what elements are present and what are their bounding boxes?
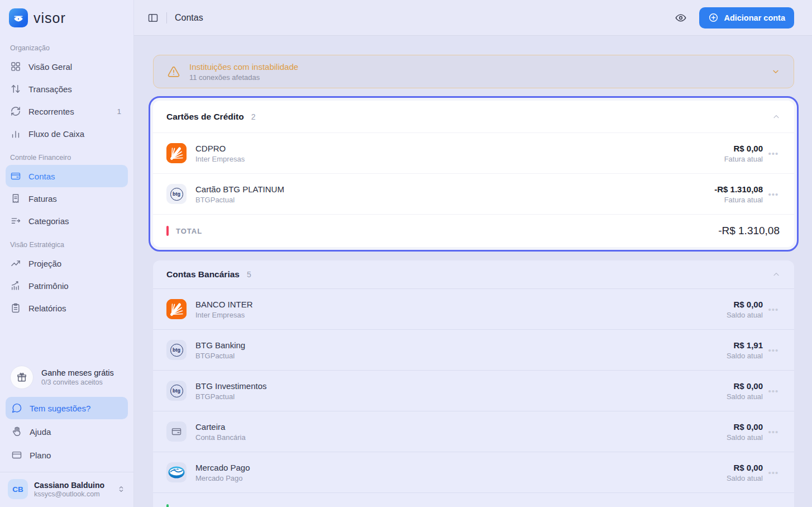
sidebar-item-visao-geral[interactable]: Visão Geral (6, 55, 128, 78)
sidebar-item-contas[interactable]: Contas (6, 165, 128, 187)
eye-icon[interactable] (675, 12, 687, 24)
user-menu[interactable]: CB Cassiano Balduino kssycs@outlook.com (0, 472, 133, 507)
row-menu-icon[interactable]: ••• (763, 345, 784, 355)
nav-section-label: Visão Estratégica (10, 241, 123, 249)
user-name: Cassiano Balduino (34, 481, 104, 490)
brand-wordmark: visor (34, 10, 66, 26)
sidebar-item-label: Fluxo de Caixa (28, 129, 84, 139)
referral-subtitle: 0/3 convites aceitos (41, 378, 114, 386)
sidebar-item-label: Patrimônio (28, 281, 69, 291)
account-row[interactable]: CarteiraConta BancáriaR$ 0,00Saldo atual… (153, 411, 794, 452)
plus-circle-icon (708, 12, 719, 23)
account-amount-label: Saldo atual (727, 311, 763, 319)
account-institution: Inter Empresas (195, 311, 253, 319)
account-texts: Cartão BTG PLATINUMBTGPactual (195, 184, 284, 204)
account-amount: R$ 0,00 (727, 381, 763, 391)
row-menu-icon[interactable]: ••• (763, 386, 784, 396)
account-texts: CDPROInter Empresas (195, 144, 245, 163)
chevron-up-icon[interactable] (772, 112, 781, 121)
sidebar-item-fluxo-de-caixa[interactable]: Fluxo de Caixa (6, 122, 128, 145)
add-account-button[interactable]: Adicionar conta (699, 7, 794, 29)
sidebar-item-label: Relatórios (28, 304, 66, 313)
chat-icon (11, 402, 22, 414)
chevron-down-icon[interactable] (771, 67, 780, 76)
total-amount: -R$ 1.310,08 (718, 225, 780, 237)
account-name: CDPRO (195, 144, 245, 153)
account-row[interactable]: BANCO INTERInter EmpresasR$ 0,00Saldo at… (153, 288, 794, 329)
btg-logo-text: btg (170, 344, 183, 357)
credit-card-icon (11, 449, 22, 461)
list-arrow-icon (10, 215, 21, 226)
sidebar-item-projecao[interactable]: Projeção (6, 252, 128, 274)
account-name: BTG Banking (195, 340, 245, 350)
content: Instituições com instabilidade 11 conexõ… (134, 36, 812, 507)
refresh-icon (10, 106, 21, 117)
sidebar-item-label: Faturas (28, 194, 57, 203)
row-menu-icon[interactable]: ••• (763, 427, 784, 437)
account-row[interactable]: btgBTG BankingBTGPactualR$ 1,91Saldo atu… (153, 329, 794, 370)
account-institution: BTGPactual (195, 196, 284, 204)
sidebar-item-plano[interactable]: Plano (6, 444, 128, 466)
referral-banner[interactable]: Ganhe meses grátis 0/3 convites aceitos (6, 362, 128, 397)
account-amounts: R$ 1,91Saldo atual (727, 340, 763, 360)
account-institution: Mercado Pago (195, 474, 250, 482)
account-institution: BTGPactual (195, 392, 267, 401)
account-texts: BTG InvestimentosBTGPactual (195, 381, 267, 401)
sidebar-item-recorrentes[interactable]: Recorrentes1 (6, 100, 128, 122)
account-name: Cartão BTG PLATINUM (195, 184, 284, 194)
sidebar-item-badge: 1 (117, 107, 123, 116)
user-email: kssycs@outlook.com (34, 490, 104, 498)
sidebar-toggle-icon[interactable] (147, 12, 159, 23)
account-texts: BANCO INTERInter Empresas (195, 300, 253, 319)
account-amount-label: Saldo atual (727, 352, 763, 360)
account-institution: BTGPactual (195, 352, 245, 360)
sidebar-item-sugestoes[interactable]: Tem sugestões? (6, 397, 128, 419)
row-menu-icon[interactable]: ••• (763, 468, 784, 477)
sidebar-item-patrimonio[interactable]: Patrimônio (6, 274, 128, 297)
avatar: CB (8, 479, 28, 499)
account-row[interactable]: CDPROInter EmpresasR$ 0,00Fatura atual••… (153, 132, 794, 173)
row-menu-icon[interactable]: ••• (763, 149, 784, 158)
chevrons-up-down-icon (117, 485, 126, 494)
account-row[interactable]: btgCartão BTG PLATINUMBTGPactual-R$ 1.31… (153, 173, 794, 214)
account-row[interactable]: btgBTG InvestimentosBTGPactualR$ 0,00Sal… (153, 370, 794, 411)
nav-section-label: Organização (10, 44, 123, 52)
chart-growth-icon (10, 280, 21, 291)
sidebar-bottom: Ganhe meses grátis 0/3 convites aceitos … (0, 357, 133, 467)
row-menu-icon[interactable]: ••• (763, 189, 784, 199)
btg-logo-text: btg (170, 385, 183, 397)
sidebar-item-label: Contas (28, 172, 55, 181)
account-institution: Conta Bancária (195, 433, 246, 442)
total-bar (166, 504, 169, 507)
account-group-card: Contas Bancárias5BANCO INTERInter Empres… (153, 260, 794, 507)
btg-logo-icon: btg (166, 381, 187, 401)
sidebar-item-label: Plano (30, 451, 51, 460)
sidebar-item-relatorios[interactable]: Relatórios (6, 297, 128, 319)
card-header: Cartões de Crédito2 (153, 101, 794, 132)
sidebar-item-faturas[interactable]: Faturas (6, 187, 128, 210)
account-amount-label: Saldo atual (727, 474, 763, 482)
inter-logo-icon (166, 143, 187, 163)
total-row: TOTAL-R$ 1.310,08 (153, 214, 794, 247)
trending-up-icon (10, 258, 21, 269)
account-name: Carteira (195, 422, 246, 432)
account-name: BTG Investimentos (195, 381, 267, 391)
account-amounts: R$ 0,00Saldo atual (727, 300, 763, 319)
hand-icon (11, 426, 22, 437)
sidebar-item-transacoes[interactable]: Transações (6, 78, 128, 100)
account-amounts: R$ 0,00Saldo atual (727, 463, 763, 482)
grid-icon (10, 61, 21, 72)
chevron-up-icon[interactable] (772, 270, 781, 279)
visor-logo-icon (9, 8, 28, 27)
sidebar-item-ajuda[interactable]: Ajuda (6, 420, 128, 443)
btg-logo-icon: btg (166, 184, 187, 204)
clipboard-icon (10, 302, 21, 314)
sidebar-item-categorias[interactable]: Categorias (6, 210, 128, 232)
account-row[interactable]: Mercado PagoMercado PagoR$ 0,00Saldo atu… (153, 452, 794, 492)
account-amounts: R$ 0,00Fatura atual (724, 144, 763, 163)
receipt-icon (10, 193, 21, 204)
account-texts: CarteiraConta Bancária (195, 422, 246, 442)
row-menu-icon[interactable]: ••• (763, 305, 784, 314)
instability-banner[interactable]: Instituições com instabilidade 11 conexõ… (153, 55, 794, 88)
mercado-pago-logo-icon (166, 462, 187, 482)
